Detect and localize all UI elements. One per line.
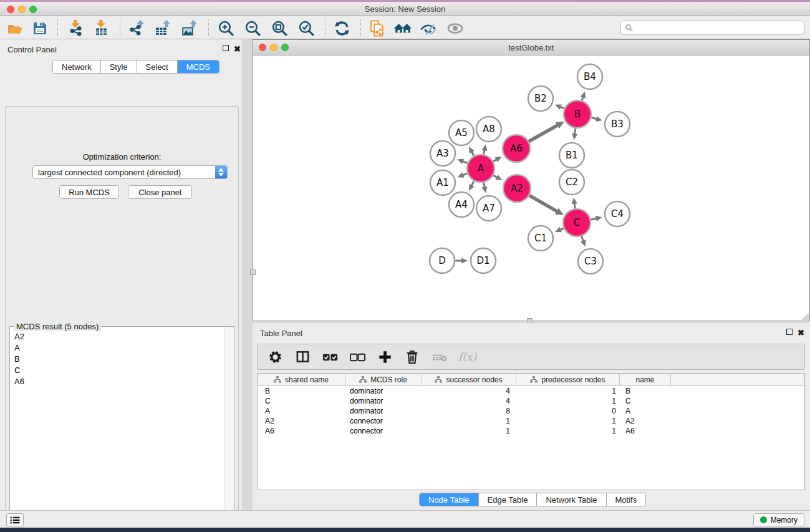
unselect-all-columns-icon[interactable] xyxy=(349,349,366,365)
cell-MCDS-role[interactable]: dominator xyxy=(345,397,422,405)
task-history-button[interactable] xyxy=(6,513,24,526)
network-canvas[interactable]: B4B2BB3A8A5A6A3B1AA1C2A2A4A7C4CC1C3DD1 xyxy=(253,56,809,321)
delete-column-trash-icon[interactable] xyxy=(403,349,421,365)
search-field[interactable] xyxy=(634,24,804,32)
new-network-icon[interactable] xyxy=(368,19,387,37)
import-network-icon[interactable] xyxy=(66,19,85,37)
cell-name[interactable]: A6 xyxy=(620,427,671,435)
mcds-result-list[interactable]: A2ABCA6 xyxy=(10,331,224,532)
cell-MCDS-role[interactable]: dominator xyxy=(345,407,422,415)
show-column-panel-icon[interactable] xyxy=(294,349,311,365)
cell-predecessor-nodes[interactable]: 1 xyxy=(516,397,620,405)
export-image-icon[interactable] xyxy=(180,19,199,37)
cell-MCDS-role[interactable]: connector xyxy=(345,427,422,435)
result-item-a2[interactable]: A2 xyxy=(10,331,224,342)
edge-A2-C[interactable] xyxy=(530,196,558,212)
resize-grip-icon[interactable] xyxy=(800,311,809,321)
open-session-icon[interactable] xyxy=(5,19,24,37)
hide-panels-icon[interactable] xyxy=(419,19,438,37)
cell-MCDS-role[interactable]: dominator xyxy=(345,387,422,395)
table-row-a2[interactable]: A2connector11A2 xyxy=(258,416,804,426)
cell-successor-nodes[interactable]: 1 xyxy=(422,427,516,435)
column-header-filler xyxy=(671,374,804,385)
save-session-icon[interactable] xyxy=(31,19,49,37)
run-mcds-button[interactable]: Run MCDS xyxy=(59,185,119,199)
network-window-titlebar[interactable]: testGlobe.txt xyxy=(253,40,809,56)
cell-successor-nodes[interactable]: 1 xyxy=(422,417,516,425)
zoom-in-icon[interactable] xyxy=(216,19,235,37)
column-header-predecessor-nodes[interactable]: predecessor nodes xyxy=(516,374,620,385)
table-tab-network-table[interactable]: Network Table xyxy=(537,493,606,506)
criterion-dropdown[interactable]: largest connected component (directed) xyxy=(32,165,228,179)
table-tab-motifs[interactable]: Motifs xyxy=(607,493,646,506)
result-item-a[interactable]: A xyxy=(10,342,224,353)
export-table-icon[interactable] xyxy=(153,19,172,37)
zoom-fit-icon[interactable] xyxy=(270,19,289,37)
tab-mcds[interactable]: MCDS xyxy=(178,60,219,73)
cell-successor-nodes[interactable]: 4 xyxy=(422,387,516,395)
left-splitter-handle[interactable] xyxy=(250,269,256,275)
cell-name[interactable]: A2 xyxy=(620,417,671,425)
close-panel-button[interactable]: Close panel xyxy=(128,185,192,199)
cell-shared-name[interactable]: B xyxy=(258,387,345,395)
column-header-shared-name[interactable]: shared name xyxy=(258,374,345,385)
edge-A6-B[interactable] xyxy=(529,125,559,141)
close-panel-icon[interactable]: ✖ xyxy=(234,46,241,52)
export-network-icon[interactable] xyxy=(127,19,146,37)
zoom-selected-icon[interactable] xyxy=(297,19,316,37)
create-column-plus-icon[interactable] xyxy=(376,349,393,365)
cell-successor-nodes[interactable]: 8 xyxy=(422,407,516,415)
cell-shared-name[interactable]: A2 xyxy=(258,417,345,425)
node-label-A1: A1 xyxy=(436,177,449,188)
cell-shared-name[interactable]: A xyxy=(258,407,345,415)
close-table-panel-icon[interactable]: ✖ xyxy=(798,330,804,336)
cell-name[interactable]: A xyxy=(620,407,671,415)
zoom-out-icon[interactable] xyxy=(243,19,262,37)
cell-predecessor-nodes[interactable]: 1 xyxy=(516,417,620,425)
result-item-a6[interactable]: A6 xyxy=(10,375,224,387)
import-table-icon[interactable] xyxy=(92,19,110,37)
column-type-icon xyxy=(530,376,538,383)
column-header-MCDS-role[interactable]: MCDS role xyxy=(345,374,422,385)
result-scrollbar[interactable] xyxy=(224,327,234,532)
node-label-A: A xyxy=(478,163,485,174)
cell-shared-name[interactable]: A6 xyxy=(258,427,345,435)
float-panel-icon[interactable] xyxy=(223,45,229,51)
table-row-c[interactable]: Cdominator41C xyxy=(258,396,804,406)
tab-select[interactable]: Select xyxy=(137,60,178,73)
cell-successor-nodes[interactable]: 4 xyxy=(422,397,516,405)
result-item-b[interactable]: B xyxy=(10,353,224,364)
first-neighbors-icon[interactable] xyxy=(393,19,412,37)
column-type-icon xyxy=(359,376,367,383)
cell-name[interactable]: C xyxy=(620,397,671,405)
apply-layout-icon[interactable] xyxy=(332,19,351,37)
float-table-panel-icon[interactable] xyxy=(786,329,793,335)
result-item-c[interactable]: C xyxy=(10,364,224,375)
cell-shared-name[interactable]: C xyxy=(258,397,345,405)
edge-arrow-B-B4 xyxy=(581,92,586,99)
table-row-b[interactable]: Bdominator41B xyxy=(258,386,804,396)
column-header-successor-nodes[interactable]: successor nodes xyxy=(422,374,516,385)
table-row-a[interactable]: Adominator80A xyxy=(258,406,804,416)
tab-style[interactable]: Style xyxy=(101,60,137,73)
select-all-columns-icon[interactable] xyxy=(321,349,339,365)
tab-network[interactable]: Network xyxy=(53,60,101,73)
delete-table-icon[interactable] xyxy=(431,349,448,365)
cell-predecessor-nodes[interactable]: 1 xyxy=(516,427,620,435)
function-builder-icon[interactable]: f(x) xyxy=(458,351,476,363)
memory-label: Memory xyxy=(771,516,798,525)
node-label-C4: C4 xyxy=(611,208,624,220)
cell-predecessor-nodes[interactable]: 1 xyxy=(516,387,620,395)
table-tab-edge-table[interactable]: Edge Table xyxy=(479,493,538,506)
cell-MCDS-role[interactable]: connector xyxy=(345,417,422,425)
column-header-name[interactable]: name xyxy=(620,374,671,385)
node-label-A6: A6 xyxy=(510,143,523,154)
cell-name[interactable]: B xyxy=(620,387,671,395)
search-input[interactable] xyxy=(620,21,804,35)
memory-button[interactable]: Memory xyxy=(753,513,804,526)
table-tab-node-table[interactable]: Node Table xyxy=(420,493,479,506)
cell-predecessor-nodes[interactable]: 0 xyxy=(516,407,620,415)
table-settings-gear-icon[interactable] xyxy=(266,349,284,365)
show-panels-icon[interactable] xyxy=(446,19,465,37)
table-row-a6[interactable]: A6connector11A6 xyxy=(258,426,804,436)
